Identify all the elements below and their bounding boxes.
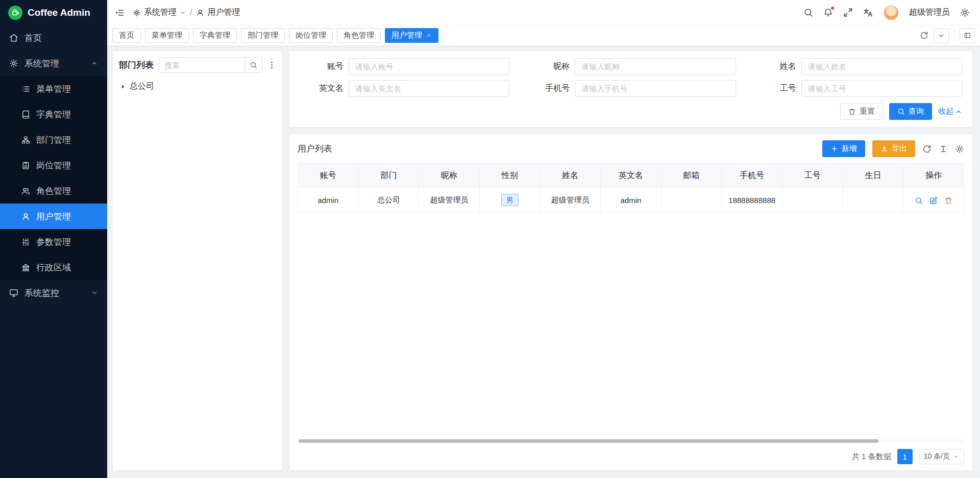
en-name-input[interactable] xyxy=(349,80,509,97)
sidebar-item-menu-mgmt[interactable]: 菜单管理 xyxy=(0,76,107,102)
search-icon[interactable] xyxy=(803,8,813,17)
add-user-button[interactable]: 新增 xyxy=(822,140,865,157)
breadcrumb-parent[interactable]: 系统管理 xyxy=(133,7,186,18)
col-birthday: 生日 xyxy=(843,164,903,188)
sliders-icon xyxy=(21,238,30,246)
department-search-group xyxy=(159,57,262,73)
monitor-icon xyxy=(9,288,18,297)
search-icon xyxy=(897,108,905,115)
field-label: 昵称 xyxy=(524,61,570,72)
tab-role-mgmt[interactable]: 角色管理 xyxy=(337,28,381,43)
tree-node-root[interactable]: 总公司 xyxy=(119,79,276,94)
translate-icon[interactable] xyxy=(863,8,873,18)
tab-user-mgmt[interactable]: 用户管理 xyxy=(385,28,438,43)
department-tree: 总公司 xyxy=(119,79,276,94)
department-search-button[interactable] xyxy=(244,58,262,72)
sidebar-item-role-mgmt[interactable]: 角色管理 xyxy=(0,178,107,204)
table-row: admin 总公司 超级管理员 男 超级管理员 admin 1888888888… xyxy=(298,188,964,213)
edit-icon[interactable] xyxy=(929,196,938,205)
sidebar-item-post-mgmt[interactable]: 岗位管理 xyxy=(0,153,107,178)
tab-home[interactable]: 首页 xyxy=(112,28,141,43)
sidebar-item-monitor[interactable]: 系统监控 xyxy=(0,280,107,306)
form-item-work-no: 工号 xyxy=(750,80,962,97)
page-button-1[interactable]: 1 xyxy=(897,449,913,464)
column-settings-gear-icon[interactable] xyxy=(955,144,964,154)
scrollbar-thumb[interactable] xyxy=(299,439,878,443)
row-height-icon[interactable] xyxy=(939,144,948,154)
refresh-table-icon[interactable] xyxy=(922,144,932,154)
field-label: 英文名 xyxy=(298,83,344,94)
name-input[interactable] xyxy=(801,58,962,75)
work-no-input[interactable] xyxy=(801,80,962,97)
bank-icon xyxy=(21,263,30,272)
plus-icon xyxy=(830,145,838,153)
form-item-phone: 手机号 xyxy=(524,80,736,97)
notification-bell-icon[interactable] xyxy=(823,8,833,17)
form-item-account: 账号 xyxy=(298,58,509,75)
page-size-select[interactable]: 10 条/页 xyxy=(919,449,964,464)
sidebar-item-dict-mgmt[interactable]: 字典管理 xyxy=(0,102,107,127)
coffee-logo-icon xyxy=(8,6,22,20)
tab-label: 首页 xyxy=(119,31,134,40)
page-size-label: 10 条/页 xyxy=(924,452,950,461)
breadcrumb-separator: / xyxy=(190,8,192,17)
tab-label: 字典管理 xyxy=(200,31,230,40)
col-work-no: 工号 xyxy=(782,164,843,188)
query-button[interactable]: 查询 xyxy=(889,103,932,120)
delete-icon[interactable] xyxy=(944,196,952,205)
refresh-tab-icon[interactable] xyxy=(920,31,928,40)
tab-dict-mgmt[interactable]: 字典管理 xyxy=(193,28,237,43)
caret-right-icon[interactable] xyxy=(120,84,126,90)
view-detail-icon[interactable] xyxy=(915,196,923,205)
field-label: 账号 xyxy=(298,61,344,72)
col-gender: 性别 xyxy=(479,164,540,188)
chevron-up-icon xyxy=(91,60,98,67)
cell-nickname: 超级管理员 xyxy=(419,188,480,213)
sidebar-item-region-mgmt[interactable]: 行政区域 xyxy=(0,255,107,280)
reset-button-label: 重置 xyxy=(860,107,875,116)
sidebar-item-system[interactable]: 系统管理 xyxy=(0,51,107,76)
form-item-name: 姓名 xyxy=(750,58,962,75)
tab-label: 用户管理 xyxy=(391,31,422,40)
cell-name: 超级管理员 xyxy=(540,188,601,213)
phone-input[interactable] xyxy=(575,80,736,97)
tab-options-dropdown[interactable] xyxy=(934,28,949,43)
sidebar-item-label: 行政区域 xyxy=(36,262,98,273)
collapse-sidebar-icon[interactable] xyxy=(114,8,125,18)
sidebar-item-dept-mgmt[interactable]: 部门管理 xyxy=(0,127,107,153)
department-search-input[interactable] xyxy=(159,58,244,72)
reset-button[interactable]: 重置 xyxy=(840,103,883,120)
sidebar-item-param-mgmt[interactable]: 参数管理 xyxy=(0,229,107,255)
list-icon xyxy=(21,85,30,93)
user-list-header: 用户列表 新增 导出 xyxy=(298,140,964,157)
home-icon xyxy=(9,33,18,42)
col-actions: 操作 xyxy=(903,164,964,188)
settings-gear-icon[interactable] xyxy=(960,8,970,17)
tabbar: 首页 菜单管理 字典管理 部门管理 岗位管理 角色管理 用户管理 xyxy=(107,25,980,45)
brand[interactable]: Coffee Admin xyxy=(0,0,107,25)
sidebar-menu: 首页 系统管理 菜单管理 字典管理 部门管理 xyxy=(0,25,107,478)
gender-tag[interactable]: 男 xyxy=(501,194,519,206)
breadcrumb: 系统管理 / 用户管理 xyxy=(133,7,240,18)
export-button[interactable]: 导出 xyxy=(872,140,915,157)
sidebar-item-label: 参数管理 xyxy=(36,236,98,248)
collapse-form-link[interactable]: 收起 xyxy=(938,107,962,116)
horizontal-scrollbar[interactable] xyxy=(298,439,964,443)
avatar[interactable] xyxy=(884,5,899,20)
tab-dept-mgmt[interactable]: 部门管理 xyxy=(241,28,285,43)
tab-post-mgmt[interactable]: 岗位管理 xyxy=(289,28,333,43)
export-button-label: 导出 xyxy=(892,144,907,154)
close-icon[interactable] xyxy=(426,33,432,38)
current-user-name[interactable]: 超级管理员 xyxy=(909,7,950,18)
fullscreen-icon[interactable] xyxy=(843,8,853,17)
sidebar-item-user-mgmt[interactable]: 用户管理 xyxy=(0,204,107,229)
nickname-input[interactable] xyxy=(575,58,736,75)
users-icon xyxy=(21,187,30,195)
content-fullscreen-icon[interactable] xyxy=(960,28,975,43)
tab-menu-mgmt[interactable]: 菜单管理 xyxy=(145,28,189,43)
more-options-icon[interactable] xyxy=(267,61,276,69)
sidebar-item-label: 用户管理 xyxy=(36,211,98,222)
sidebar-item-label: 字典管理 xyxy=(36,109,98,120)
account-input[interactable] xyxy=(349,58,509,75)
sidebar-item-home[interactable]: 首页 xyxy=(0,25,107,51)
